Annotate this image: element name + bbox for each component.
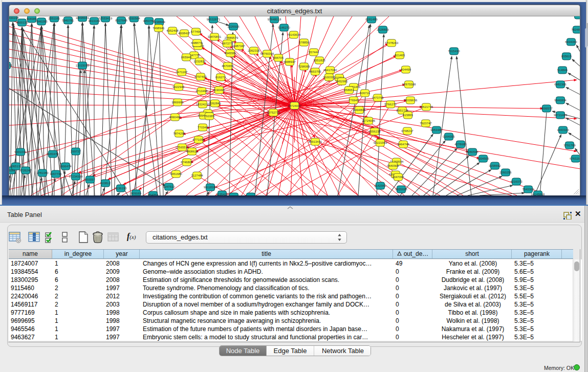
svg-text:2606474: 2606474 bbox=[59, 165, 72, 168]
svg-text:5135427: 5135427 bbox=[216, 193, 228, 195]
svg-text:7262849: 7262849 bbox=[209, 102, 221, 105]
svg-text:6482366: 6482366 bbox=[554, 83, 567, 86]
svg-text:615865: 615865 bbox=[403, 114, 413, 117]
svg-text:6488771: 6488771 bbox=[191, 41, 203, 45]
svg-text:7824896: 7824896 bbox=[571, 28, 580, 31]
svg-text:77378263: 77378263 bbox=[385, 41, 399, 45]
svg-text:1473799: 1473799 bbox=[372, 96, 384, 99]
svg-text:32870831: 32870831 bbox=[208, 35, 222, 38]
svg-text:854353: 854353 bbox=[148, 193, 159, 195]
svg-text:909169: 909169 bbox=[131, 192, 142, 195]
svg-text:96532871: 96532871 bbox=[207, 18, 221, 21]
svg-text:18324210: 18324210 bbox=[196, 103, 210, 106]
svg-text:6763201: 6763201 bbox=[570, 157, 580, 160]
svg-text:5030564: 5030564 bbox=[128, 17, 140, 20]
svg-text:5766270: 5766270 bbox=[384, 103, 397, 106]
svg-text:1047095: 1047095 bbox=[392, 176, 404, 179]
svg-text:92221969: 92221969 bbox=[374, 141, 387, 144]
svg-text:99118384: 99118384 bbox=[204, 186, 217, 189]
svg-text:2351161: 2351161 bbox=[49, 17, 61, 20]
svg-text:506716: 506716 bbox=[360, 92, 371, 95]
svg-text:4713493: 4713493 bbox=[195, 90, 208, 93]
svg-text:0164005: 0164005 bbox=[443, 135, 455, 138]
svg-text:096705: 096705 bbox=[273, 56, 284, 59]
svg-text:52553419: 52553419 bbox=[99, 17, 113, 20]
svg-text:9117182: 9117182 bbox=[573, 16, 580, 17]
svg-text:3791769: 3791769 bbox=[563, 144, 576, 147]
svg-text:514846: 514846 bbox=[557, 69, 568, 72]
svg-text:7498941: 7498941 bbox=[153, 27, 165, 30]
svg-text:80913431: 80913431 bbox=[309, 140, 322, 143]
svg-text:3990490: 3990490 bbox=[169, 116, 181, 119]
svg-text:58760366: 58760366 bbox=[260, 52, 274, 55]
svg-text:87234309: 87234309 bbox=[69, 175, 83, 178]
svg-text:4352408: 4352408 bbox=[166, 29, 179, 32]
svg-text:13315098: 13315098 bbox=[76, 64, 90, 67]
svg-text:38721489: 38721489 bbox=[554, 114, 568, 117]
svg-text:75339636: 75339636 bbox=[404, 99, 418, 102]
svg-text:18724007: 18724007 bbox=[288, 104, 301, 107]
svg-text:4238849: 4238849 bbox=[153, 20, 165, 24]
svg-text:820812: 820812 bbox=[100, 182, 111, 185]
svg-text:27875588: 27875588 bbox=[402, 83, 416, 86]
svg-text:70143634: 70143634 bbox=[287, 33, 301, 36]
svg-text:5146270: 5146270 bbox=[278, 26, 290, 29]
svg-text:3158692: 3158692 bbox=[489, 164, 501, 167]
svg-text:8281489: 8281489 bbox=[365, 18, 378, 21]
svg-text:4190496: 4190496 bbox=[213, 89, 225, 92]
svg-text:6688937: 6688937 bbox=[284, 60, 296, 63]
svg-text:9136193: 9136193 bbox=[115, 187, 127, 190]
svg-text:4771093: 4771093 bbox=[192, 138, 205, 141]
svg-text:1280598: 1280598 bbox=[466, 150, 478, 154]
svg-text:9946804: 9946804 bbox=[554, 99, 567, 102]
svg-text:02621745: 02621745 bbox=[420, 105, 433, 108]
svg-text:1065133: 1065133 bbox=[10, 165, 22, 168]
svg-text:0142940: 0142940 bbox=[374, 184, 386, 187]
svg-text:17565512: 17565512 bbox=[176, 146, 189, 149]
svg-text:8327648: 8327648 bbox=[115, 19, 127, 22]
svg-text:7874296: 7874296 bbox=[173, 132, 185, 135]
svg-text:4278680: 4278680 bbox=[454, 143, 467, 146]
svg-text:0471167: 0471167 bbox=[176, 71, 188, 74]
svg-text:1232812: 1232812 bbox=[193, 60, 206, 63]
svg-text:6247510: 6247510 bbox=[163, 185, 175, 188]
svg-text:4345581: 4345581 bbox=[224, 52, 236, 55]
svg-text:9655698: 9655698 bbox=[395, 188, 407, 191]
svg-text:0433218: 0433218 bbox=[9, 16, 19, 19]
svg-text:9600133: 9600133 bbox=[16, 21, 28, 24]
svg-text:3267736: 3267736 bbox=[50, 172, 62, 176]
svg-text:6746807: 6746807 bbox=[181, 161, 193, 164]
svg-text:770348: 770348 bbox=[198, 126, 208, 129]
svg-text:4556238: 4556238 bbox=[368, 130, 381, 133]
svg-text:2362316: 2362316 bbox=[248, 49, 260, 52]
svg-text:9301031: 9301031 bbox=[14, 150, 27, 154]
svg-text:9022941: 9022941 bbox=[172, 85, 185, 89]
svg-text:54145868: 54145868 bbox=[531, 193, 545, 195]
svg-text:1343320: 1343320 bbox=[557, 128, 569, 132]
svg-text:578856: 578856 bbox=[299, 41, 310, 44]
svg-text:6797403: 6797403 bbox=[194, 75, 207, 78]
svg-text:050097: 050097 bbox=[85, 178, 96, 181]
svg-text:1226916: 1226916 bbox=[227, 25, 239, 28]
svg-text:9464743: 9464743 bbox=[397, 143, 409, 146]
svg-text:5494808: 5494808 bbox=[353, 108, 365, 112]
svg-text:1869993: 1869993 bbox=[171, 101, 184, 104]
svg-text:3487347: 3487347 bbox=[233, 45, 245, 48]
svg-text:3100330: 3100330 bbox=[323, 76, 335, 79]
svg-text:7923747: 7923747 bbox=[420, 122, 432, 125]
svg-text:1781080: 1781080 bbox=[36, 171, 49, 174]
svg-text:557444: 557444 bbox=[309, 51, 319, 54]
svg-text:4653755: 4653755 bbox=[309, 70, 321, 73]
svg-text:7940265: 7940265 bbox=[35, 20, 48, 23]
svg-text:821465: 821465 bbox=[395, 54, 405, 57]
svg-text:11724005: 11724005 bbox=[362, 119, 376, 122]
svg-text:7543303: 7543303 bbox=[522, 188, 534, 191]
svg-text:4670656: 4670656 bbox=[222, 64, 234, 68]
svg-text:1351823: 1351823 bbox=[313, 59, 325, 62]
svg-text:4008427: 4008427 bbox=[178, 32, 190, 35]
svg-text:7015430: 7015430 bbox=[448, 50, 460, 53]
svg-text:6934060: 6934060 bbox=[565, 40, 577, 43]
svg-text:7452991: 7452991 bbox=[336, 80, 348, 83]
svg-text:299737: 299737 bbox=[71, 150, 81, 153]
svg-text:835615: 835615 bbox=[561, 55, 572, 58]
